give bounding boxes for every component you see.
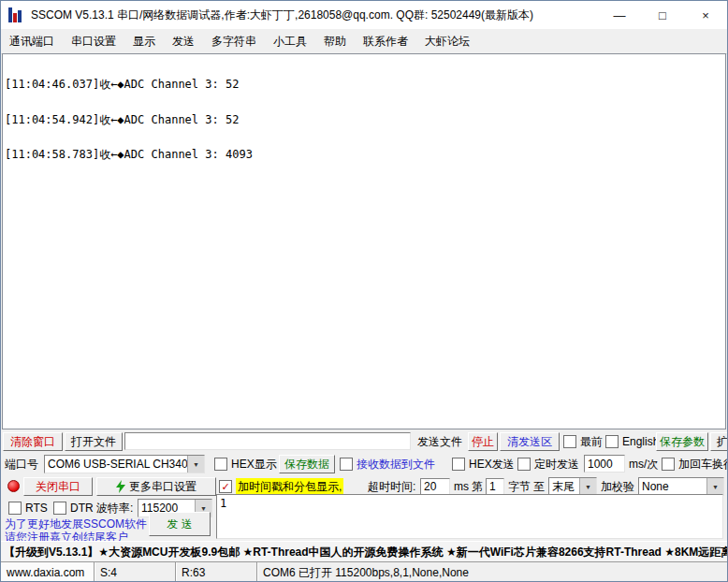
checkbox-icon bbox=[517, 458, 531, 471]
clear-window-button[interactable]: 清除窗口 bbox=[3, 432, 63, 451]
rts-checkbox[interactable]: RTS bbox=[8, 499, 48, 517]
checkbox-icon bbox=[452, 458, 465, 471]
status-bar: www.daxia.com S:4 R:63 COM6 已打开 115200bp… bbox=[1, 561, 728, 582]
status-received-count: R:63 bbox=[176, 562, 257, 582]
timeout-unit-label: ms bbox=[454, 477, 469, 496]
append-crlf-label: 加回车换行 bbox=[678, 457, 728, 473]
receive-line: [11:04:46.037]收←◆ADC Channel 3: 52 bbox=[5, 79, 723, 91]
save-params-button[interactable]: 保存参数 bbox=[656, 432, 708, 451]
save-data-button[interactable]: 保存数据 bbox=[279, 455, 335, 473]
send-file-button[interactable]: 发送文件 bbox=[414, 432, 466, 451]
sscom-window: SSCOM V5.13.1 串口/网络数据调试器,作者:大虾丁丁,2618058… bbox=[0, 0, 728, 582]
timestamp-split-label: 加时间戳和分包显示, bbox=[236, 478, 343, 496]
receive-to-file-checkbox[interactable]: 接收数据到文件 bbox=[340, 455, 435, 473]
rts-label: RTS bbox=[25, 502, 48, 515]
menu-send[interactable]: 发送 bbox=[164, 29, 203, 53]
menu-contact-author[interactable]: 联系作者 bbox=[355, 29, 416, 53]
window-controls: — □ × bbox=[598, 1, 727, 29]
interval-unit-label: ms/次 bbox=[629, 455, 658, 473]
checksum-select[interactable]: None ▼ bbox=[638, 477, 724, 496]
menu-serial-settings[interactable]: 串口设置 bbox=[63, 29, 124, 53]
close-port-button[interactable]: 关闭串口 bbox=[23, 477, 93, 496]
checkbox-icon bbox=[605, 435, 619, 448]
maximize-button[interactable]: □ bbox=[641, 1, 684, 29]
extend-button[interactable]: 扩展 bbox=[710, 432, 728, 451]
menu-help[interactable]: 帮助 bbox=[315, 29, 355, 53]
menu-comm-port[interactable]: 通讯端口 bbox=[1, 29, 63, 53]
timed-send-label: 定时发送 bbox=[534, 457, 579, 473]
hex-send-checkbox[interactable]: HEX发送 bbox=[452, 455, 515, 473]
close-button[interactable]: × bbox=[684, 1, 727, 29]
more-port-settings-label: 更多串口设置 bbox=[129, 479, 197, 495]
checksum-label: 加校验 bbox=[601, 477, 634, 496]
receive-line: [11:04:54.942]收←◆ADC Channel 3: 52 bbox=[5, 114, 723, 126]
byte-suffix-label: 字节 至 bbox=[508, 477, 545, 496]
status-sent-count: S:4 bbox=[95, 562, 176, 582]
chevron-down-icon: ▼ bbox=[579, 478, 596, 495]
timed-send-checkbox[interactable]: 定时发送 bbox=[517, 455, 579, 473]
english-checkbox[interactable]: English bbox=[605, 432, 659, 451]
receive-line: [11:04:58.783]收←◆ADC Channel 3: 4093 bbox=[5, 149, 723, 161]
timeout-input[interactable] bbox=[420, 478, 450, 495]
topmost-checkbox[interactable]: 最前 bbox=[563, 432, 603, 451]
baud-label: 波特率: bbox=[96, 499, 133, 517]
send-input[interactable] bbox=[216, 494, 723, 539]
send-button[interactable]: 发 送 bbox=[149, 512, 211, 536]
topmost-label: 最前 bbox=[580, 434, 603, 450]
hex-display-checkbox[interactable]: HEX显示 bbox=[214, 455, 277, 473]
byte-index-input[interactable] bbox=[486, 478, 504, 495]
checkbox-icon bbox=[53, 502, 66, 515]
checkbox-icon bbox=[563, 435, 576, 448]
port-select-value: COM6 USB-SERIAL CH340 bbox=[48, 458, 187, 471]
hex-send-label: HEX发送 bbox=[469, 457, 515, 473]
hex-display-label: HEX显示 bbox=[231, 457, 277, 473]
status-website-link[interactable]: www.daxia.com bbox=[1, 562, 95, 582]
checkbox-icon bbox=[662, 458, 675, 471]
ad-bar[interactable]: 【升级到V5.13.1】★大资源MCU开发板9.9包邮 ★RT-Thread中国… bbox=[1, 541, 728, 561]
port-open-indicator bbox=[7, 480, 20, 492]
open-file-button[interactable]: 打开文件 bbox=[65, 432, 123, 451]
clear-send-area-button[interactable]: 清发送区 bbox=[500, 432, 560, 451]
timeout-label: 超时时间: bbox=[368, 477, 415, 496]
byte-end-select[interactable]: 末尾 ▼ bbox=[548, 477, 597, 496]
chevron-down-icon: ▼ bbox=[187, 456, 204, 473]
checkbox-icon bbox=[214, 458, 227, 471]
checksum-select-value: None bbox=[642, 480, 669, 493]
menubar: 通讯端口 串口设置 显示 发送 多字符串 小工具 帮助 联系作者 大虾论坛 bbox=[1, 29, 727, 54]
more-port-settings-button[interactable]: 更多串口设置 bbox=[96, 477, 216, 496]
receive-area[interactable]: [11:04:46.037]收←◆ADC Channel 3: 52 [11:0… bbox=[2, 53, 726, 429]
timestamp-split-checkbox[interactable]: 加时间戳和分包显示, bbox=[219, 477, 343, 496]
dtr-label: DTR bbox=[70, 502, 94, 515]
menu-display[interactable]: 显示 bbox=[124, 29, 164, 53]
byte-end-select-value: 末尾 bbox=[552, 479, 575, 495]
menu-tools[interactable]: 小工具 bbox=[265, 29, 315, 53]
english-label: English bbox=[622, 435, 659, 448]
minimize-button[interactable]: — bbox=[598, 1, 641, 29]
menu-multi-string[interactable]: 多字符串 bbox=[203, 29, 265, 53]
send-interval-input[interactable] bbox=[584, 455, 625, 473]
append-crlf-checkbox[interactable]: 加回车换行 bbox=[662, 455, 728, 473]
file-path-input[interactable] bbox=[124, 432, 411, 450]
stop-button[interactable]: 停止 bbox=[468, 432, 498, 451]
byte-prefix-label: 第 bbox=[472, 477, 483, 496]
checkbox-icon bbox=[8, 502, 22, 515]
chevron-down-icon: ▼ bbox=[706, 478, 723, 495]
app-icon bbox=[8, 7, 25, 22]
checkbox-checked-icon bbox=[219, 480, 232, 493]
port-select[interactable]: COM6 USB-SERIAL CH340 ▼ bbox=[44, 455, 205, 473]
titlebar[interactable]: SSCOM V5.13.1 串口/网络数据调试器,作者:大虾丁丁,2618058… bbox=[1, 1, 727, 29]
receive-to-file-label: 接收数据到文件 bbox=[357, 457, 435, 473]
status-com-info: COM6 已打开 115200bps,8,1,None,None bbox=[257, 562, 728, 582]
control-panel: 清除窗口 打开文件 发送文件 停止 清发送区 最前 English 保存参数 扩… bbox=[1, 429, 728, 541]
window-title: SSCOM V5.13.1 串口/网络数据调试器,作者:大虾丁丁,2618058… bbox=[31, 7, 598, 23]
lightning-icon bbox=[116, 480, 125, 493]
menu-daxia-forum[interactable]: 大虾论坛 bbox=[416, 29, 478, 53]
checkbox-icon bbox=[340, 458, 353, 471]
port-label: 端口号 bbox=[5, 455, 38, 473]
dtr-checkbox[interactable]: DTR bbox=[53, 499, 94, 517]
